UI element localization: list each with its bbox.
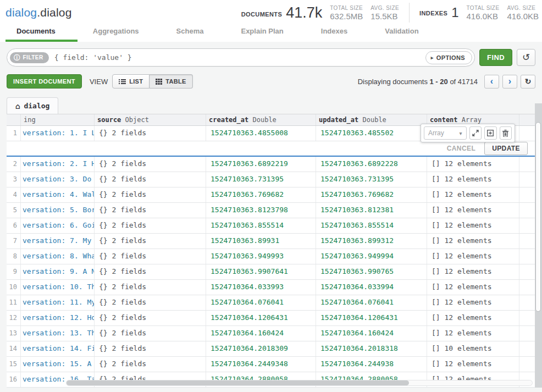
cell-source-value[interactable]: {} 2 fields bbox=[95, 203, 206, 218]
delete-field-button[interactable] bbox=[500, 126, 512, 140]
cell-content-value[interactable]: [] 12 elements bbox=[427, 249, 519, 264]
horizontal-scrollbar[interactable] bbox=[66, 380, 533, 386]
cell-content-value[interactable]: [] 12 elements bbox=[427, 172, 519, 187]
cell-string-value[interactable]: versation: 3. Do Yo bbox=[21, 172, 95, 187]
table-breadcrumb-tab[interactable]: ⌂ dialog bbox=[7, 97, 58, 114]
cell-content-value[interactable]: [] 12 elements bbox=[427, 234, 519, 249]
find-button[interactable]: FIND bbox=[479, 49, 512, 66]
cell-created-at-value[interactable]: 1524710363.4855008 bbox=[206, 126, 316, 141]
cell-created-at-value[interactable]: 1524710364.033993 bbox=[206, 280, 316, 295]
cell-source-value[interactable]: {} 2 fields bbox=[95, 126, 206, 141]
view-list-button[interactable]: LIST bbox=[112, 74, 150, 89]
cell-string-value[interactable]: versation: 7. My Wi bbox=[21, 234, 95, 249]
cell-content-value[interactable]: [] 12 elements bbox=[427, 357, 519, 372]
filter-field[interactable]: ⓘFILTER ▸OPTIONS bbox=[7, 48, 475, 67]
add-element-button[interactable] bbox=[484, 126, 497, 140]
tab-documents[interactable]: Documents bbox=[16, 25, 56, 42]
cell-source-value[interactable]: {} 2 fields bbox=[95, 172, 206, 187]
refresh-documents-button[interactable]: ↻ bbox=[521, 75, 535, 89]
cell-string-value[interactable]: versation: 6. Going bbox=[21, 218, 95, 233]
cell-created-at-value[interactable]: 1524710364.1206431 bbox=[206, 311, 316, 325]
tab-schema[interactable]: Schema bbox=[176, 25, 204, 42]
cell-updated-at-value[interactable]: 1524710363.6892228 bbox=[316, 157, 427, 172]
horizontal-scrollbar-thumb[interactable] bbox=[67, 380, 409, 385]
cell-string-value[interactable]: versation: 1. I Liv bbox=[21, 126, 95, 141]
cell-string-value[interactable]: versation: 15. A Ba bbox=[21, 357, 95, 372]
cell-updated-at-value[interactable]: 1524710363.731395 bbox=[316, 172, 427, 187]
cell-updated-at-value[interactable]: 1524710364.1206431 bbox=[316, 311, 427, 325]
cell-created-at-value[interactable]: 1524710363.9907641 bbox=[206, 264, 316, 279]
vertical-scrollbar-thumb[interactable] bbox=[535, 122, 541, 312]
cell-source-value[interactable]: {} 2 fields bbox=[95, 311, 206, 325]
cell-updated-at-value[interactable]: 1524710364.076041 bbox=[316, 295, 427, 310]
cell-created-at-value[interactable]: 1524710363.89931 bbox=[206, 234, 316, 249]
cell-source-value[interactable]: {} 2 fields bbox=[95, 264, 206, 279]
cell-string-value[interactable]: versation: 12. How bbox=[21, 311, 95, 325]
cell-string-value[interactable]: versation: 13. The bbox=[21, 326, 95, 341]
cancel-button[interactable]: CANCEL bbox=[447, 145, 475, 152]
tab-explain-plan[interactable]: Explain Plan bbox=[241, 25, 283, 42]
update-button[interactable]: UPDATE bbox=[484, 142, 528, 155]
cell-created-at-value[interactable]: 1524710363.6892219 bbox=[206, 157, 316, 172]
cell-source-value[interactable]: {} 2 fields bbox=[95, 357, 206, 372]
cell-content-value[interactable]: [] 12 elements bbox=[427, 203, 519, 218]
cell-source-value[interactable]: {} 2 fields bbox=[95, 326, 206, 341]
cell-source-value[interactable]: {} 2 fields bbox=[95, 249, 206, 264]
cell-content-value[interactable]: [] 12 elements bbox=[427, 326, 519, 341]
cell-type-select[interactable]: Array ▾ bbox=[424, 126, 467, 140]
cell-source-value[interactable]: {} 2 fields bbox=[95, 280, 206, 295]
cell-content-value[interactable]: [] 12 elements bbox=[427, 187, 519, 202]
cell-string-value[interactable]: versation: 8. What' bbox=[21, 249, 95, 264]
expand-cell-button[interactable] bbox=[469, 126, 482, 140]
tab-indexes[interactable]: Indexes bbox=[321, 25, 347, 42]
cell-updated-at-value[interactable]: 1524710364.244938 bbox=[316, 357, 427, 372]
cell-string-value[interactable]: versation: 10. The bbox=[21, 280, 95, 295]
cell-updated-at-value[interactable]: 1524710364.160424 bbox=[316, 326, 427, 341]
cell-source-value[interactable]: {} 2 fields bbox=[95, 295, 206, 310]
cell-created-at-value[interactable]: 1524710363.8123798 bbox=[206, 203, 316, 218]
cell-created-at-value[interactable]: 1524710364.160424 bbox=[206, 326, 316, 341]
cell-created-at-value[interactable]: 1524710363.769682 bbox=[206, 187, 316, 202]
cell-content-value[interactable]: [] 12 elements bbox=[427, 311, 519, 325]
cell-updated-at-value[interactable]: 1524710363.855514 bbox=[316, 218, 427, 233]
prev-page-button[interactable]: ‹ bbox=[484, 75, 499, 89]
cell-updated-at-value[interactable]: 1524710363.949994 bbox=[316, 249, 427, 264]
insert-document-button[interactable]: INSERT DOCUMENT bbox=[7, 74, 82, 89]
cell-created-at-value[interactable]: 1524710364.2449348 bbox=[206, 357, 316, 372]
cell-string-value[interactable]: versation: 14. Fish bbox=[21, 341, 95, 356]
options-button[interactable]: ▸OPTIONS bbox=[425, 51, 472, 64]
cell-created-at-value[interactable]: 1524710363.731395 bbox=[206, 172, 316, 187]
cell-created-at-value[interactable]: 1524710363.949993 bbox=[206, 249, 316, 264]
cell-updated-at-value[interactable]: 1524710364.2018318 bbox=[316, 341, 427, 356]
view-table-button[interactable]: TABLE bbox=[150, 74, 192, 89]
cell-created-at-value[interactable]: 1524710364.076041 bbox=[206, 295, 316, 310]
cell-updated-at-value[interactable]: 1524710363.812381 bbox=[316, 203, 427, 218]
cell-content-value[interactable]: [] 12 elements bbox=[427, 218, 519, 233]
cell-updated-at-value[interactable]: 1524710363.990765 bbox=[316, 264, 427, 279]
next-page-button[interactable]: › bbox=[502, 75, 517, 89]
cell-updated-at-value[interactable]: 1524710363.769682 bbox=[316, 187, 427, 202]
cell-created-at-value[interactable]: 1524710363.855514 bbox=[206, 218, 316, 233]
tab-validation[interactable]: Validation bbox=[385, 25, 418, 42]
cell-updated-at-value[interactable]: 1524710363.485502 bbox=[316, 126, 427, 141]
cell-string-value[interactable]: versation: 5. Borro bbox=[21, 203, 95, 218]
cell-content-value[interactable]: [] 12 elements bbox=[427, 280, 519, 295]
query-history-button[interactable]: ↺ bbox=[517, 49, 535, 66]
cell-source-value[interactable]: {} 2 fields bbox=[95, 218, 206, 233]
cell-source-value[interactable]: {} 2 fields bbox=[95, 341, 206, 356]
cell-source-value[interactable]: {} 2 fields bbox=[95, 157, 206, 172]
filter-query-input[interactable] bbox=[54, 53, 425, 62]
cell-string-value[interactable]: versation: 4. Walki bbox=[21, 187, 95, 202]
cell-updated-at-value[interactable]: 1524710363.899312 bbox=[316, 234, 427, 249]
cell-string-value[interactable]: versation: 11. My L bbox=[21, 295, 95, 310]
tab-aggregations[interactable]: Aggregations bbox=[93, 25, 139, 42]
cell-updated-at-value[interactable]: 1524710364.033994 bbox=[316, 280, 427, 295]
cell-source-value[interactable]: {} 2 fields bbox=[95, 234, 206, 249]
cell-content-value[interactable]: [] 12 elements bbox=[427, 295, 519, 310]
cell-content-value[interactable]: [] 12 elements bbox=[427, 157, 519, 172]
cell-string-value[interactable]: versation: 9. A Nic bbox=[21, 264, 95, 279]
cell-source-value[interactable]: {} 2 fields bbox=[95, 187, 206, 202]
cell-content-value[interactable]: [] 10 elements bbox=[427, 341, 519, 356]
cell-created-at-value[interactable]: 1524710364.2018309 bbox=[206, 341, 316, 356]
vertical-scrollbar[interactable] bbox=[535, 103, 542, 388]
